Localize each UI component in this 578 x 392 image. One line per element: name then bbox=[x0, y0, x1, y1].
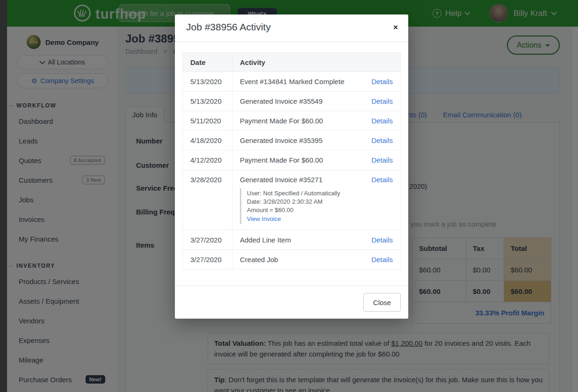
activity-line: Payment Made For $60.00Details bbox=[240, 156, 393, 164]
activity-row: 4/18/2020Generated Invoice #35395Details bbox=[183, 131, 401, 150]
activity-cell: Added Line ItemDetails bbox=[232, 230, 401, 250]
activity-text: Added Line Item bbox=[240, 236, 291, 244]
activity-cell: Payment Made For $60.00Details bbox=[232, 150, 401, 170]
details-link[interactable]: Details bbox=[371, 117, 393, 125]
activity-text: Generated Invoice #35395 bbox=[240, 136, 323, 144]
activity-row: 5/13/2020Generated Invoice #35549Details bbox=[183, 92, 401, 111]
activity-text: Payment Made For $60.00 bbox=[240, 156, 323, 164]
activity-row: 5/11/2020Payment Made For $60.00Details bbox=[183, 111, 401, 131]
activity-row: 3/27/2020Added Line ItemDetails bbox=[183, 230, 401, 250]
modal-body: DateActivity 5/13/2020Event #134841 Mark… bbox=[175, 42, 408, 270]
activity-row: 3/27/2020Created JobDetails bbox=[183, 250, 401, 270]
activity-detail-line: User: Not Specified / Automatically bbox=[247, 189, 393, 198]
activity-cell: Generated Invoice #35271DetailsUser: Not… bbox=[232, 170, 401, 230]
activity-date: 3/28/2020 bbox=[183, 170, 232, 230]
screen: turfhop What's New? ? Help Billy Kraft R… bbox=[0, 0, 578, 392]
close-icon[interactable]: × bbox=[390, 23, 401, 32]
activity-text: Payment Made For $60.00 bbox=[240, 117, 323, 125]
activity-cell: Event #134841 Marked CompleteDetails bbox=[232, 72, 401, 92]
activity-col-activity: Activity bbox=[232, 53, 401, 72]
activity-table: DateActivity 5/13/2020Event #134841 Mark… bbox=[182, 52, 401, 270]
activity-text: Created Job bbox=[240, 256, 278, 264]
activity-date: 5/11/2020 bbox=[183, 111, 232, 131]
details-link[interactable]: Details bbox=[371, 156, 393, 164]
activity-date: 5/13/2020 bbox=[183, 92, 232, 111]
activity-row: 5/13/2020Event #134841 Marked CompleteDe… bbox=[183, 72, 401, 92]
activity-date: 4/18/2020 bbox=[183, 131, 232, 150]
activity-cell: Payment Made For $60.00Details bbox=[232, 111, 401, 131]
activity-col-date: Date bbox=[183, 53, 232, 72]
activity-date: 4/12/2020 bbox=[183, 150, 232, 170]
activity-line: Generated Invoice #35395Details bbox=[240, 136, 393, 144]
modal-title: Job #38956 Activity bbox=[186, 21, 271, 33]
activity-detail-block: User: Not Specified / AutomaticallyDate:… bbox=[240, 188, 393, 224]
activity-cell: Generated Invoice #35549Details bbox=[232, 92, 401, 111]
modal-header: Job #38956 Activity × bbox=[175, 14, 408, 42]
activity-line: Added Line ItemDetails bbox=[240, 236, 393, 244]
activity-line: Payment Made For $60.00Details bbox=[240, 117, 393, 125]
activity-line: Generated Invoice #35549Details bbox=[240, 97, 393, 105]
activity-text: Generated Invoice #35271 bbox=[240, 176, 323, 184]
activity-line: Created JobDetails bbox=[240, 256, 393, 264]
details-link[interactable]: Details bbox=[371, 176, 393, 184]
view-invoice-link[interactable]: View Invoice bbox=[247, 215, 281, 223]
details-link[interactable]: Details bbox=[371, 236, 393, 244]
activity-detail-line: Date: 3/28/2020 2:30:32 AM bbox=[247, 198, 393, 206]
activity-date: 3/27/2020 bbox=[183, 230, 232, 250]
details-link[interactable]: Details bbox=[371, 256, 393, 264]
close-button[interactable]: Close bbox=[363, 293, 401, 312]
job-activity-modal: Job #38956 Activity × DateActivity 5/13/… bbox=[175, 14, 408, 319]
activity-detail-line: Amount = $60.00 bbox=[247, 206, 393, 214]
details-link[interactable]: Details bbox=[371, 97, 393, 105]
activity-cell: Created JobDetails bbox=[232, 250, 401, 270]
activity-date: 5/13/2020 bbox=[183, 72, 232, 92]
activity-table-header-row: DateActivity bbox=[183, 53, 401, 72]
activity-line: Generated Invoice #35271Details bbox=[240, 176, 393, 184]
activity-row: 3/28/2020Generated Invoice #35271Details… bbox=[183, 170, 401, 230]
modal-footer: Close bbox=[175, 285, 408, 319]
activity-line: Event #134841 Marked CompleteDetails bbox=[240, 78, 393, 86]
details-link[interactable]: Details bbox=[371, 78, 393, 86]
activity-date: 3/27/2020 bbox=[183, 250, 232, 270]
activity-text: Generated Invoice #35549 bbox=[240, 97, 323, 105]
details-link[interactable]: Details bbox=[371, 136, 393, 144]
activity-row: 4/12/2020Payment Made For $60.00Details bbox=[183, 150, 401, 170]
activity-cell: Generated Invoice #35395Details bbox=[232, 131, 401, 150]
activity-text: Event #134841 Marked Complete bbox=[240, 78, 344, 86]
